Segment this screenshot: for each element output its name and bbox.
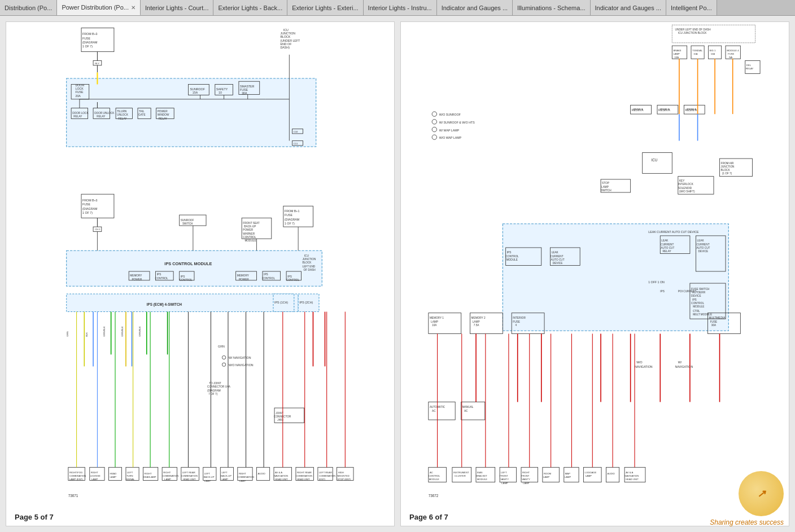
svg-text:LEAK: LEAK [697, 239, 705, 242]
svg-text:CURRENT: CURRENT [551, 255, 564, 258]
svg-text:HEADLAMP: HEADLAMP [143, 476, 156, 478]
svg-text:DEVICE: DEVICE [691, 294, 701, 297]
svg-text:WINDOW: WINDOW [158, 113, 169, 116]
svg-text:FUSE: FUSE [75, 90, 84, 94]
svg-text:MODULE: MODULE [506, 258, 518, 261]
svg-text:CURRENT: CURRENT [696, 243, 709, 246]
svg-text:VANITY: VANITY [522, 478, 530, 481]
svg-text:COMBINATION: COMBINATION [162, 474, 178, 477]
svg-text:LAMP: LAMP [204, 480, 211, 482]
svg-text:AUTO CUT: AUTO CUT [551, 258, 565, 261]
svg-text:15A: 15A [711, 52, 715, 55]
svg-text:BLOCK: BLOCK [281, 35, 291, 38]
svg-text:W/ SUNROOF & W/O HTS: W/ SUNROOF & W/O HTS [439, 121, 475, 124]
svg-text:BRAKE: BRAKE [673, 49, 681, 52]
svg-text:RESIN A: RESIN A [634, 108, 643, 111]
svg-text:(DIAGRAM: (DIAGRAM [207, 389, 221, 392]
svg-text:LAMP: LAMP [110, 476, 117, 478]
tab-indicator-gauges-2[interactable]: Indicator and Gauges ... [591, 0, 666, 16]
svg-text:FUSE: FUSE [82, 37, 90, 40]
svg-text:LUGGAGE: LUGGAGE [585, 471, 597, 474]
tab-distribution[interactable]: Distribution (Po... [0, 0, 57, 16]
svg-text:(DIAGRAM: (DIAGRAM [82, 41, 97, 44]
svg-text:HEAD UNIT: HEAD UNIT [297, 478, 310, 481]
svg-text:10A: 10A [675, 56, 679, 59]
svg-text:FUSE: FUSE [285, 213, 293, 217]
svg-text:JUNCTION: JUNCTION [721, 165, 735, 168]
svg-text:CLUSTER: CLUSTER [455, 474, 466, 477]
svg-text:POWER: POWER [243, 228, 253, 231]
svg-text:TGND/AL: TGND/AL [692, 49, 703, 52]
tab-exterior-lights-back[interactable]: Exterior Lights - Back... [213, 0, 287, 16]
svg-text:SUNROOF: SUNROOF [190, 87, 205, 91]
svg-text:IPS (2CH): IPS (2CH) [299, 301, 313, 304]
svg-text:FROM B+3: FROM B+3 [82, 199, 97, 202]
svg-text:RELAY: RELAY [159, 117, 168, 120]
svg-text:IPS: IPS [181, 275, 185, 278]
svg-text:RELAY: RELAY [73, 115, 82, 118]
svg-text:LAMP: LAMP [91, 478, 98, 481]
svg-text:ICU: ICU [304, 254, 309, 257]
svg-text:MODULE: MODULE [693, 305, 704, 308]
svg-text:AV & A: AV & A [275, 471, 282, 474]
svg-text:INSTRUMENT: INSTRUMENT [453, 471, 469, 474]
tab-interior-lights-instru[interactable]: Interior Lights - Instru... [364, 0, 437, 16]
svg-text:FUSE SWITCH: FUSE SWITCH [691, 288, 710, 291]
svg-text:C11: C11 [294, 142, 298, 145]
svg-text:GRN: GRN [218, 345, 225, 348]
svg-text:BACK-UP: BACK-UP [221, 474, 231, 477]
svg-text:DOOR LOCK: DOOR LOCK [72, 112, 89, 115]
svg-text:IPS: IPS [264, 273, 268, 276]
svg-text:VANITY: VANITY [500, 478, 509, 481]
svg-text:FUSE: FUSE [240, 88, 248, 91]
svg-text:BIG 1: BIG 1 [710, 49, 716, 52]
svg-text:RIGHT/FOG: RIGHT/FOG [69, 471, 82, 474]
svg-text:LAMP: LAMP [431, 320, 438, 323]
svg-text:TAIL: TAIL [139, 110, 145, 113]
svg-text:73672: 73672 [429, 494, 439, 498]
svg-text:MEMORY: MEMORY [130, 274, 142, 277]
svg-text:FRONT SEAT: FRONT SEAT [243, 222, 260, 225]
svg-text:(DIAGRAM: (DIAGRAM [82, 207, 97, 210]
svg-text:LEFT REAR: LEFT REAR [182, 471, 195, 474]
svg-text:1 OFF 1 ON: 1 OFF 1 ON [648, 280, 665, 284]
svg-text:RELAY: RELAY [662, 250, 671, 253]
tab-power-distribution[interactable]: Power Distribution (Po... ✕ [57, 0, 141, 16]
svg-text:GRN: GRN [66, 331, 69, 336]
tab-close-icon[interactable]: ✕ [131, 5, 136, 11]
svg-text:COMBINATION: COMBINATION [181, 474, 198, 477]
watermark-symbol: ↗ [757, 487, 766, 500]
svg-text:LEFT: LEFT [221, 471, 228, 474]
tab-intelligent-po[interactable]: Intelligent Po... [666, 0, 717, 16]
svg-text:CONTROL: CONTROL [262, 277, 275, 280]
svg-text:LEAK: LEAK [661, 239, 669, 242]
svg-text:IPS (1CH): IPS (1CH) [274, 301, 288, 304]
tab-exterior-lights-exteri[interactable]: Exterior Lights - Exteri... [287, 0, 363, 16]
tab-illuminations[interactable]: Illuminations - Schema... [513, 0, 590, 16]
svg-text:SMASTER: SMASTER [240, 85, 255, 88]
svg-text:4: 4 [515, 324, 517, 327]
svg-text:MODULE: MODULE [244, 239, 256, 242]
svg-text:DEL: DEL [746, 64, 752, 67]
svg-text:CONTROL: CONTROL [691, 302, 704, 305]
svg-text:W/: W/ [678, 360, 682, 364]
svg-text:UNDER LEFT END OF DASH: UNDER LEFT END OF DASH [675, 28, 711, 31]
svg-text:TILURN: TILURN [117, 110, 127, 113]
svg-text:GATE: GATE [138, 113, 145, 116]
svg-text:END OF: END OF [281, 42, 292, 46]
svg-text:LEAK: LEAK [552, 251, 559, 254]
svg-text:AUTOERR: AUTOERR [692, 291, 706, 294]
svg-text:W/O: W/O [636, 360, 643, 364]
svg-text:FRONT: FRONT [521, 474, 530, 477]
svg-text:ROOM: ROOM [544, 472, 552, 475]
main-content: FROM B+3 FUSE (DIAGRAM 1 OF 7) RLY ICU J… [0, 16, 795, 532]
tab-indicator-gauges-1[interactable]: Indicator and Gauges ... [437, 0, 513, 16]
tab-interior-lights-court[interactable]: Interior Lights - Court... [141, 0, 214, 16]
right-page-label: Page 6 of 7 [409, 513, 448, 521]
svg-text:INTERLOCK: INTERLOCK [678, 183, 694, 186]
svg-text:AUDIO: AUDIO [608, 472, 615, 475]
svg-text:7.5A: 7.5A [474, 324, 480, 327]
svg-text:BACK-UP: BACK-UP [244, 225, 256, 228]
svg-text:(W/O SHIFT): (W/O SHIFT) [679, 190, 695, 193]
svg-text:1 OF 7): 1 OF 7) [82, 211, 93, 214]
